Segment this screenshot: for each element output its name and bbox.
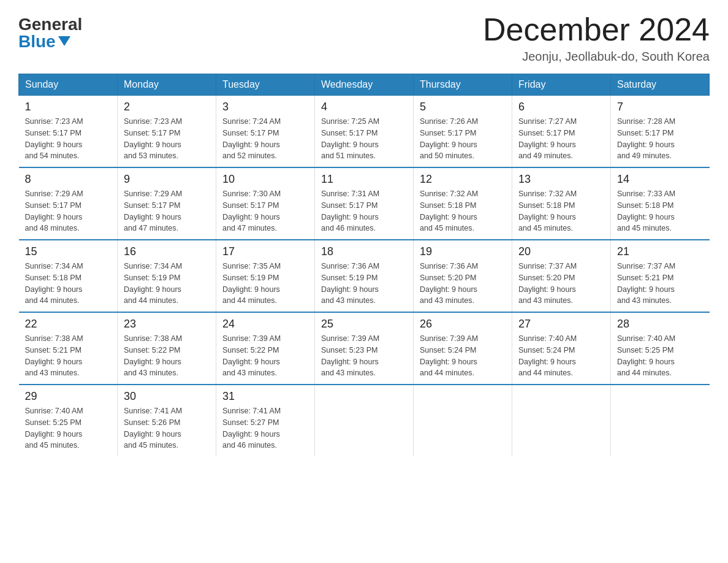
calendar-cell: 2Sunrise: 7:23 AMSunset: 5:17 PMDaylight… — [118, 96, 216, 168]
day-info: Sunrise: 7:40 AMSunset: 5:25 PMDaylight:… — [25, 405, 112, 451]
day-number: 4 — [321, 101, 407, 113]
calendar-header: SundayMondayTuesdayWednesdayThursdayFrid… — [19, 74, 710, 96]
day-info: Sunrise: 7:36 AMSunset: 5:19 PMDaylight:… — [321, 261, 407, 307]
header-cell-monday: Monday — [118, 74, 216, 96]
calendar-cell: 10Sunrise: 7:30 AMSunset: 5:17 PMDayligh… — [216, 167, 315, 240]
calendar-cell: 31Sunrise: 7:41 AMSunset: 5:27 PMDayligh… — [216, 385, 315, 456]
calendar-week-3: 15Sunrise: 7:34 AMSunset: 5:18 PMDayligh… — [19, 240, 710, 312]
day-info: Sunrise: 7:37 AMSunset: 5:21 PMDaylight:… — [617, 261, 703, 307]
day-info: Sunrise: 7:40 AMSunset: 5:25 PMDaylight:… — [617, 333, 703, 379]
calendar-cell: 8Sunrise: 7:29 AMSunset: 5:17 PMDaylight… — [19, 167, 118, 240]
header-cell-wednesday: Wednesday — [315, 74, 414, 96]
day-info: Sunrise: 7:41 AMSunset: 5:26 PMDaylight:… — [124, 405, 210, 451]
day-number: 20 — [518, 245, 604, 258]
day-number: 18 — [321, 245, 407, 258]
day-info: Sunrise: 7:39 AMSunset: 5:23 PMDaylight:… — [321, 333, 407, 379]
calendar-cell: 18Sunrise: 7:36 AMSunset: 5:19 PMDayligh… — [315, 240, 414, 312]
calendar-cell: 29Sunrise: 7:40 AMSunset: 5:25 PMDayligh… — [19, 385, 118, 456]
day-info: Sunrise: 7:35 AMSunset: 5:19 PMDaylight:… — [222, 261, 308, 307]
calendar-cell: 1Sunrise: 7:23 AMSunset: 5:17 PMDaylight… — [19, 96, 118, 168]
day-number: 7 — [617, 101, 703, 113]
calendar-cell: 9Sunrise: 7:29 AMSunset: 5:17 PMDaylight… — [118, 167, 216, 240]
day-number: 8 — [25, 173, 112, 186]
page-header: General Blue December 2024 Jeonju, Jeoll… — [18, 12, 710, 64]
logo-blue-text: Blue — [18, 33, 70, 50]
day-info: Sunrise: 7:23 AMSunset: 5:17 PMDaylight:… — [25, 116, 112, 162]
day-number: 9 — [124, 173, 210, 186]
calendar-cell — [414, 385, 512, 456]
day-info: Sunrise: 7:26 AMSunset: 5:17 PMDaylight:… — [420, 116, 506, 162]
day-number: 3 — [222, 101, 308, 113]
calendar-cell: 13Sunrise: 7:32 AMSunset: 5:18 PMDayligh… — [512, 167, 611, 240]
title-block: December 2024 Jeonju, Jeollabuk-do, Sout… — [483, 12, 710, 64]
day-number: 24 — [222, 318, 308, 331]
day-info: Sunrise: 7:27 AMSunset: 5:17 PMDaylight:… — [518, 116, 604, 162]
calendar-cell: 30Sunrise: 7:41 AMSunset: 5:26 PMDayligh… — [118, 385, 216, 456]
day-number: 1 — [25, 101, 112, 113]
calendar-cell: 11Sunrise: 7:31 AMSunset: 5:17 PMDayligh… — [315, 167, 414, 240]
month-title: December 2024 — [483, 12, 710, 47]
calendar-cell — [315, 385, 414, 456]
day-number: 28 — [617, 318, 703, 331]
day-info: Sunrise: 7:32 AMSunset: 5:18 PMDaylight:… — [518, 188, 604, 234]
location-text: Jeonju, Jeollabuk-do, South Korea — [483, 50, 710, 64]
day-number: 30 — [124, 390, 210, 403]
calendar-cell — [611, 385, 710, 456]
day-number: 2 — [124, 101, 210, 113]
logo: General Blue — [18, 12, 82, 50]
calendar-cell: 26Sunrise: 7:39 AMSunset: 5:24 PMDayligh… — [414, 312, 512, 385]
day-info: Sunrise: 7:34 AMSunset: 5:19 PMDaylight:… — [124, 261, 210, 307]
day-number: 22 — [25, 318, 112, 331]
calendar-cell: 28Sunrise: 7:40 AMSunset: 5:25 PMDayligh… — [611, 312, 710, 385]
calendar-cell: 24Sunrise: 7:39 AMSunset: 5:22 PMDayligh… — [216, 312, 315, 385]
calendar-cell: 27Sunrise: 7:40 AMSunset: 5:24 PMDayligh… — [512, 312, 611, 385]
day-info: Sunrise: 7:40 AMSunset: 5:24 PMDaylight:… — [518, 333, 604, 379]
calendar-cell: 19Sunrise: 7:36 AMSunset: 5:20 PMDayligh… — [414, 240, 512, 312]
header-cell-saturday: Saturday — [611, 74, 710, 96]
calendar-cell: 14Sunrise: 7:33 AMSunset: 5:18 PMDayligh… — [611, 167, 710, 240]
day-info: Sunrise: 7:23 AMSunset: 5:17 PMDaylight:… — [124, 116, 210, 162]
calendar-cell: 4Sunrise: 7:25 AMSunset: 5:17 PMDaylight… — [315, 96, 414, 168]
calendar-cell: 3Sunrise: 7:24 AMSunset: 5:17 PMDaylight… — [216, 96, 315, 168]
calendar-cell: 7Sunrise: 7:28 AMSunset: 5:17 PMDaylight… — [611, 96, 710, 168]
day-info: Sunrise: 7:31 AMSunset: 5:17 PMDaylight:… — [321, 188, 407, 234]
day-number: 16 — [124, 245, 210, 258]
day-info: Sunrise: 7:39 AMSunset: 5:24 PMDaylight:… — [420, 333, 506, 379]
calendar-week-5: 29Sunrise: 7:40 AMSunset: 5:25 PMDayligh… — [19, 385, 710, 456]
header-cell-sunday: Sunday — [19, 74, 118, 96]
calendar-cell: 12Sunrise: 7:32 AMSunset: 5:18 PMDayligh… — [414, 167, 512, 240]
day-info: Sunrise: 7:24 AMSunset: 5:17 PMDaylight:… — [222, 116, 308, 162]
day-info: Sunrise: 7:34 AMSunset: 5:18 PMDaylight:… — [25, 261, 112, 307]
day-info: Sunrise: 7:36 AMSunset: 5:20 PMDaylight:… — [420, 261, 506, 307]
calendar-cell: 20Sunrise: 7:37 AMSunset: 5:20 PMDayligh… — [512, 240, 611, 312]
calendar-cell: 22Sunrise: 7:38 AMSunset: 5:21 PMDayligh… — [19, 312, 118, 385]
calendar-week-1: 1Sunrise: 7:23 AMSunset: 5:17 PMDaylight… — [19, 96, 710, 168]
day-number: 29 — [25, 390, 112, 403]
calendar-body: 1Sunrise: 7:23 AMSunset: 5:17 PMDaylight… — [19, 96, 710, 457]
day-number: 10 — [222, 173, 308, 186]
calendar-cell: 16Sunrise: 7:34 AMSunset: 5:19 PMDayligh… — [118, 240, 216, 312]
calendar-week-2: 8Sunrise: 7:29 AMSunset: 5:17 PMDaylight… — [19, 167, 710, 240]
day-number: 11 — [321, 173, 407, 186]
day-number: 13 — [518, 173, 604, 186]
day-number: 31 — [222, 390, 308, 403]
calendar-cell: 21Sunrise: 7:37 AMSunset: 5:21 PMDayligh… — [611, 240, 710, 312]
logo-triangle-icon — [58, 36, 70, 46]
day-info: Sunrise: 7:25 AMSunset: 5:17 PMDaylight:… — [321, 116, 407, 162]
calendar-table: SundayMondayTuesdayWednesdayThursdayFrid… — [18, 74, 710, 456]
calendar-cell: 25Sunrise: 7:39 AMSunset: 5:23 PMDayligh… — [315, 312, 414, 385]
logo-general-text: General — [18, 16, 82, 33]
day-number: 27 — [518, 318, 604, 331]
day-info: Sunrise: 7:41 AMSunset: 5:27 PMDaylight:… — [222, 405, 308, 451]
day-info: Sunrise: 7:33 AMSunset: 5:18 PMDaylight:… — [617, 188, 703, 234]
day-info: Sunrise: 7:29 AMSunset: 5:17 PMDaylight:… — [124, 188, 210, 234]
calendar-week-4: 22Sunrise: 7:38 AMSunset: 5:21 PMDayligh… — [19, 312, 710, 385]
day-number: 23 — [124, 318, 210, 331]
day-number: 25 — [321, 318, 407, 331]
day-number: 26 — [420, 318, 506, 331]
header-cell-friday: Friday — [512, 74, 611, 96]
calendar-cell: 23Sunrise: 7:38 AMSunset: 5:22 PMDayligh… — [118, 312, 216, 385]
day-info: Sunrise: 7:38 AMSunset: 5:22 PMDaylight:… — [124, 333, 210, 379]
day-number: 17 — [222, 245, 308, 258]
day-info: Sunrise: 7:30 AMSunset: 5:17 PMDaylight:… — [222, 188, 308, 234]
